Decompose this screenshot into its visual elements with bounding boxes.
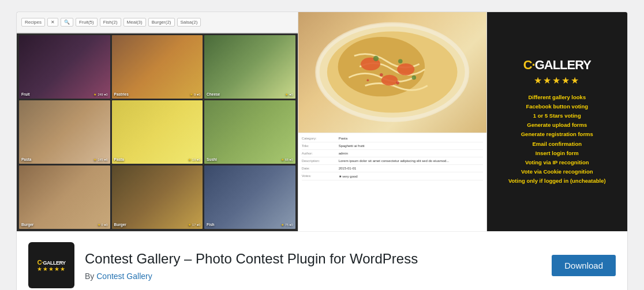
gallery-cell: Burger ★17 ●0 — [112, 165, 203, 229]
svg-point-7 — [398, 59, 403, 64]
svg-point-9 — [380, 73, 383, 77]
cell-stats: ★249 ●0 — [93, 93, 107, 96]
banner-detail-screenshot: Category: Pasta Title: Spaghetti ai frut… — [298, 12, 487, 231]
toolbar-item: Burger(2) — [148, 18, 175, 27]
author-link[interactable]: Contest Gallery — [96, 272, 152, 281]
cell-name: Burger — [114, 223, 126, 227]
cell-stats: ★9 ●0 — [190, 93, 200, 96]
food-photo-area — [298, 12, 486, 133]
cell-stats: ★17 ●0 — [188, 223, 200, 227]
toolbar-item: Recipes — [21, 18, 45, 27]
gallery-cell: Pastries ★9 ●0 — [112, 35, 203, 99]
cell-stats: ★68 ●0 — [281, 158, 293, 161]
detail-row: Votes: ★ very good — [302, 174, 483, 180]
detail-row: Author: admin — [302, 152, 483, 157]
feature-item: Generate upload forms — [508, 120, 606, 130]
toolbar-item: ✕ — [47, 18, 58, 27]
cell-name: Fruit — [21, 92, 29, 96]
cell-stats: ★18 ●0 — [188, 158, 200, 161]
feature-item: Vote via Cookie recognition — [508, 167, 606, 176]
download-button[interactable]: Download — [552, 255, 616, 276]
gallery-cell: Cheese ★●0 — [204, 35, 295, 99]
cell-name: Sushi — [207, 157, 217, 161]
feature-item: Insert login form — [508, 149, 606, 158]
cell-name: Pasta — [114, 157, 124, 161]
cell-name: Fish — [207, 223, 214, 227]
detail-row: Description: Lorem ipsum dolor sit amet … — [302, 159, 483, 165]
gallery-cell: Sushi ★68 ●0 — [204, 100, 295, 164]
detail-row: Date: 2015-01-01 — [302, 167, 483, 172]
cell-stats: ★0 ●0 — [98, 223, 108, 227]
svg-point-5 — [381, 75, 398, 86]
cgallery-logo: C·GALLERY — [523, 58, 591, 73]
svg-point-10 — [396, 81, 399, 85]
cell-stats: ★145 ●6 — [93, 158, 107, 161]
gallery-cell: Burger ★0 ●0 — [19, 165, 110, 229]
detail-row: Title: Spaghetti ai frutti — [302, 144, 483, 150]
gallery-cell: Pasta ★145 ●6 — [19, 100, 110, 164]
feature-item: Email confirmation — [508, 140, 606, 149]
cell-stats: ★75 ●0 — [281, 223, 293, 227]
plugin-author: By Contest Gallery — [85, 272, 541, 281]
banner-gallery-screenshot: Recipes ✕ 🔍 Fruit(5) Fish(2) Meal(3) Bur… — [17, 12, 298, 231]
svg-point-4 — [397, 63, 414, 76]
feature-item: Voting via IP recognition — [508, 158, 606, 167]
plugin-info-row: C·GALLERY ★★★★★ Contest Gallery – Photo … — [17, 231, 627, 290]
cell-name: Cheese — [207, 92, 220, 96]
plugin-icon: C·GALLERY ★★★★★ — [28, 242, 74, 288]
detail-panel: Category: Pasta Title: Spaghetti ai frut… — [298, 133, 486, 231]
feature-item: Voting only if logged in (uncheatable) — [508, 176, 606, 186]
banner-features: C·GALLERY ★★★★★ Different gallery looks … — [487, 12, 627, 231]
cell-name: Burger — [21, 223, 33, 227]
plugin-details: Contest Gallery – Photo Contest Plugin f… — [85, 250, 541, 280]
plugin-card: Recipes ✕ 🔍 Fruit(5) Fish(2) Meal(3) Bur… — [16, 12, 628, 290]
toolbar-item: Meal(3) — [123, 18, 146, 27]
gallery-cell: Fish ★75 ●0 — [204, 165, 295, 229]
svg-point-11 — [366, 80, 369, 82]
gallery-cell: Pasta ★18 ●0 — [112, 100, 203, 164]
gallery-cell: Fruit ★249 ●0 — [19, 35, 110, 99]
feature-item: Facebook button voting — [508, 102, 606, 111]
feature-list: Different gallery looks Facebook button … — [508, 93, 606, 186]
svg-point-8 — [412, 76, 417, 80]
icon-logo-text: C·GALLERY — [37, 259, 65, 266]
cell-name: Pasta — [21, 157, 31, 161]
plugin-title: Contest Gallery – Photo Contest Plugin f… — [85, 250, 541, 268]
feature-item: Generate registration forms — [508, 130, 606, 139]
svg-point-6 — [373, 56, 379, 61]
cell-name: Pastries — [114, 92, 129, 96]
toolbar-item: Salsa(2) — [177, 18, 201, 27]
toolbar-item: 🔍 — [61, 18, 73, 27]
logo-stars: ★★★★★ — [534, 75, 580, 86]
feature-item: Different gallery looks — [508, 93, 606, 102]
toolbar-item: Fish(2) — [100, 18, 121, 27]
gallery-toolbar: Recipes ✕ 🔍 Fruit(5) Fish(2) Meal(3) Bur… — [17, 12, 298, 33]
plugin-banner: Recipes ✕ 🔍 Fruit(5) Fish(2) Meal(3) Bur… — [17, 12, 627, 231]
detail-row: Category: Pasta — [302, 137, 483, 142]
icon-stars: ★★★★★ — [37, 266, 66, 272]
cell-stats: ★●0 — [285, 93, 293, 96]
gallery-grid: Fruit ★249 ●0 Pastries ★9 ●0 — [19, 35, 295, 229]
toolbar-item: Fruit(5) — [76, 18, 98, 27]
feature-item: 1 or 5 Stars voting — [508, 111, 606, 120]
